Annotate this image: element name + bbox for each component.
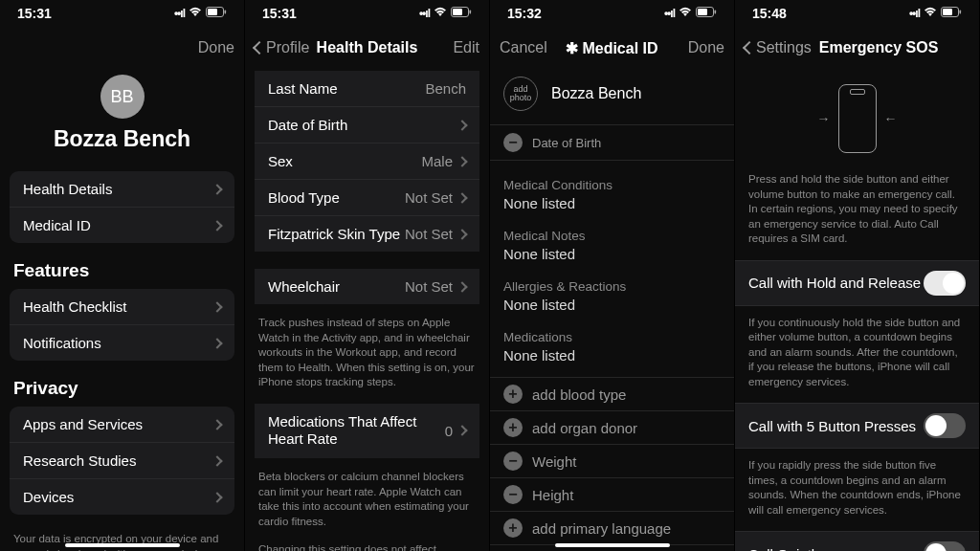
row-meds-hr[interactable]: Medications That Affect Heart Rate0 xyxy=(255,404,479,459)
nav-bar: Cancel ✱Medical ID Done xyxy=(490,27,734,69)
section-medications: MedicationsNone listed xyxy=(490,326,734,377)
svg-rect-8 xyxy=(715,11,717,14)
profile-name: Bozza Bench xyxy=(551,85,641,102)
row-call-5-presses[interactable]: Call with 5 Button Presses xyxy=(735,403,979,449)
chevron-right-icon xyxy=(212,338,222,348)
features-group: Health Checklist Notifications xyxy=(10,289,234,361)
row-blood-type[interactable]: Blood TypeNot Set xyxy=(255,179,479,215)
back-button[interactable]: Profile xyxy=(255,39,309,56)
status-bar: 15:48 ••ıl xyxy=(735,0,979,27)
status-icons: ••ıl xyxy=(174,7,227,20)
status-time: 15:48 xyxy=(752,6,787,21)
status-bar: 15:31 ••ıl xyxy=(0,0,244,27)
toggle-5-presses[interactable] xyxy=(924,413,966,438)
battery-icon xyxy=(206,7,227,20)
status-bar: 15:32 ••ıl xyxy=(490,0,734,27)
status-time: 15:31 xyxy=(17,6,52,21)
chevron-right-icon xyxy=(457,120,467,130)
privacy-heading: Privacy xyxy=(0,378,244,407)
chevron-right-icon xyxy=(457,281,467,292)
meds-note-2: Changing this setting does not affect ex… xyxy=(245,542,489,551)
row-height[interactable]: −Height xyxy=(490,477,734,511)
sos-diagram: → ← xyxy=(735,75,979,163)
row-health-details[interactable]: Health Details xyxy=(10,171,234,207)
battery-icon xyxy=(451,7,472,20)
row-add-organ-donor[interactable]: +add organ donor xyxy=(490,410,734,444)
chevron-left-icon xyxy=(743,41,756,55)
wifi-icon xyxy=(679,7,692,20)
add-icon: + xyxy=(503,518,523,538)
chevron-right-icon xyxy=(457,426,467,436)
row-medical-id[interactable]: Medical ID xyxy=(10,207,234,243)
screen-health-details: 15:31 ••ıl Profile Health Details Edit L… xyxy=(245,0,490,551)
features-heading: Features xyxy=(0,260,244,289)
add-photo-button[interactable]: add photo xyxy=(503,77,538,111)
wheelchair-note: Track pushes instead of steps on Apple W… xyxy=(245,308,489,404)
svg-rect-7 xyxy=(698,9,707,15)
row-health-checklist[interactable]: Health Checklist xyxy=(10,289,234,324)
row-wheelchair[interactable]: WheelchairNot Set xyxy=(255,269,479,304)
status-time: 15:32 xyxy=(507,6,542,21)
nav-bar: Done xyxy=(0,27,244,69)
row-devices[interactable]: Devices xyxy=(10,478,234,515)
chevron-right-icon xyxy=(457,192,467,203)
row-notifications[interactable]: Notifications xyxy=(10,324,234,361)
status-time: 15:31 xyxy=(262,6,297,21)
status-bar: 15:31 ••ıl xyxy=(245,0,489,27)
home-indicator[interactable] xyxy=(555,543,670,547)
chevron-right-icon xyxy=(212,492,222,502)
svg-rect-5 xyxy=(470,11,472,14)
wheelchair-group: WheelchairNot Set xyxy=(255,269,479,304)
row-sex[interactable]: SexMale xyxy=(255,143,479,179)
section-allergies: Allergies & ReactionsNone listed xyxy=(490,276,734,326)
row-skin-type[interactable]: Fitzpatrick Skin TypeNot Set xyxy=(255,215,479,252)
note-hold-release: If you continuously hold the side button… xyxy=(735,306,979,404)
row-add-language[interactable]: +add primary language xyxy=(490,511,734,545)
details-group: Last NameBench Date of Birth SexMale Blo… xyxy=(255,71,479,252)
done-button[interactable]: Done xyxy=(688,39,724,56)
chevron-left-icon xyxy=(253,41,266,55)
screen-health-profile: 15:31 ••ıl Done BB Bozza Bench Health De… xyxy=(0,0,245,551)
section-medical-notes: Medical NotesNone listed xyxy=(490,225,734,276)
row-apps-services[interactable]: Apps and Services xyxy=(10,407,234,442)
done-button[interactable]: Done xyxy=(198,39,234,56)
wifi-icon xyxy=(924,7,937,20)
row-last-name[interactable]: Last NameBench xyxy=(255,71,479,106)
edit-button[interactable]: Edit xyxy=(453,39,479,56)
chevron-right-icon xyxy=(212,419,222,430)
avatar[interactable]: BB xyxy=(100,75,145,119)
svg-rect-2 xyxy=(225,11,227,14)
row-call-quietly[interactable]: Call Quietly xyxy=(735,531,979,551)
row-research-studies[interactable]: Research Studies xyxy=(10,442,234,478)
top-group: Health Details Medical ID xyxy=(10,171,234,243)
chevron-right-icon xyxy=(457,229,467,239)
status-icons: ••ıl xyxy=(664,7,717,20)
meds-group: Medications That Affect Heart Rate0 xyxy=(255,404,479,459)
svg-rect-11 xyxy=(960,11,962,14)
remove-icon[interactable]: − xyxy=(503,133,523,152)
row-call-hold-release[interactable]: Call with Hold and Release xyxy=(735,260,979,306)
profile-header: add photo Bozza Bench xyxy=(490,69,734,124)
screen-medical-id: 15:32 ••ıl Cancel ✱Medical ID Done add p… xyxy=(490,0,735,551)
nav-bar: Profile Health Details Edit xyxy=(245,27,489,69)
back-button[interactable]: Settings xyxy=(745,39,812,56)
add-icon: + xyxy=(503,418,523,437)
status-icons: ••ıl xyxy=(419,7,472,20)
home-indicator[interactable] xyxy=(65,543,180,547)
signal-icon: ••ıl xyxy=(664,7,675,20)
privacy-note: Your data is encrypted on your device an… xyxy=(0,532,244,551)
row-date-of-birth[interactable]: Date of Birth xyxy=(255,106,479,143)
row-add-blood-type[interactable]: +add blood type xyxy=(490,377,734,410)
add-icon: + xyxy=(503,385,523,404)
chevron-right-icon xyxy=(457,156,467,166)
toggle-hold-release[interactable] xyxy=(924,271,966,296)
signal-icon: ••ıl xyxy=(909,7,920,20)
row-date-of-birth[interactable]: − Date of Birth xyxy=(490,124,734,161)
toggle-call-quietly[interactable] xyxy=(924,541,966,551)
svg-rect-1 xyxy=(208,9,217,15)
cancel-button[interactable]: Cancel xyxy=(500,39,547,56)
nav-bar: Settings Emergency SOS xyxy=(735,27,979,69)
chevron-right-icon xyxy=(212,455,222,466)
profile-name: Bozza Bench xyxy=(0,126,244,152)
row-weight[interactable]: −Weight xyxy=(490,444,734,477)
